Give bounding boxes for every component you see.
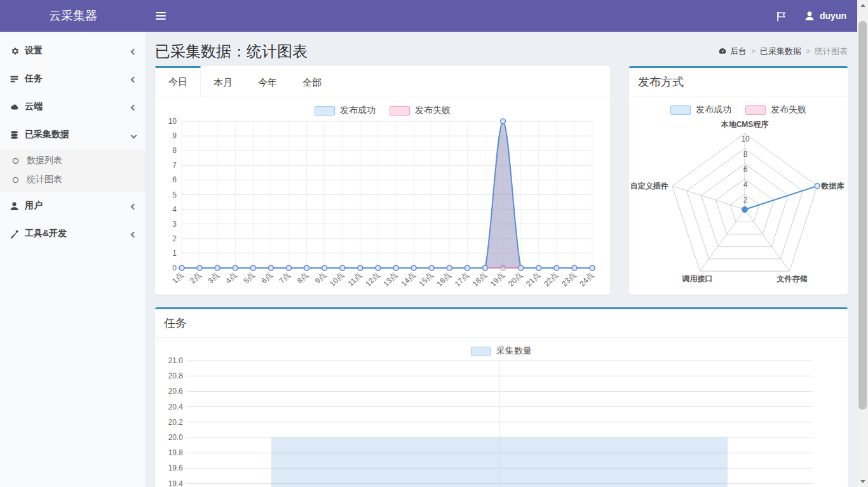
svg-text:3点: 3点 bbox=[206, 270, 220, 285]
svg-text:19.8: 19.8 bbox=[168, 448, 184, 457]
radar-chart-legend: 发布成功发布失败 bbox=[629, 104, 848, 116]
sidebar-item-label: 云端 bbox=[25, 101, 43, 112]
sidebar-item-tools-dev[interactable]: 工具&开发 bbox=[0, 220, 146, 248]
svg-text:5: 5 bbox=[172, 190, 177, 199]
svg-text:18点: 18点 bbox=[471, 270, 489, 288]
legend-swatch bbox=[390, 106, 410, 116]
chevron-left-icon bbox=[132, 46, 136, 56]
svg-text:2: 2 bbox=[172, 234, 177, 243]
svg-text:15点: 15点 bbox=[417, 270, 435, 288]
sidebar-item-data-list[interactable]: 数据列表 bbox=[0, 151, 146, 170]
legend-item-发布成功[interactable]: 发布成功 bbox=[670, 104, 731, 116]
sidebar-item-tasks[interactable]: 任务 bbox=[0, 65, 146, 93]
legend-item-采集数量[interactable]: 采集数量 bbox=[471, 345, 532, 357]
flag-icon bbox=[776, 11, 787, 22]
tab-month[interactable]: 本月 bbox=[201, 66, 245, 97]
chevron-left-icon bbox=[132, 229, 136, 239]
svg-text:12点: 12点 bbox=[363, 270, 381, 288]
tab-today[interactable]: 今日 bbox=[155, 66, 201, 97]
svg-text:20.8: 20.8 bbox=[168, 371, 184, 380]
svg-text:8点: 8点 bbox=[295, 270, 310, 285]
svg-text:13点: 13点 bbox=[381, 270, 399, 288]
svg-text:20.2: 20.2 bbox=[168, 418, 184, 427]
scrollbar-thumb[interactable] bbox=[858, 21, 867, 410]
vertical-scrollbar bbox=[857, 0, 868, 487]
legend-item-发布失败[interactable]: 发布失败 bbox=[745, 104, 806, 116]
legend-swatch bbox=[745, 105, 766, 115]
svg-text:6: 6 bbox=[172, 175, 177, 184]
sidebar-submenu-collected-data: 数据列表统计图表 bbox=[0, 149, 146, 192]
sidebar-item-collected-data[interactable]: 已采集数据 bbox=[0, 121, 146, 149]
sidebar-subitem-label: 数据列表 bbox=[27, 155, 62, 166]
svg-text:19.6: 19.6 bbox=[168, 464, 184, 472]
breadcrumb-separator: > bbox=[751, 47, 756, 56]
tab-all[interactable]: 全部 bbox=[290, 66, 334, 97]
user-icon bbox=[10, 201, 19, 211]
period-tab-bar: 今日本月今年全部 bbox=[155, 66, 610, 97]
page-title: 已采集数据：统计图表 bbox=[155, 41, 308, 62]
svg-text:5点: 5点 bbox=[241, 270, 256, 285]
svg-text:1点: 1点 bbox=[170, 270, 185, 285]
legend-item-发布成功[interactable]: 发布成功 bbox=[315, 105, 376, 116]
chevron-left-icon bbox=[132, 74, 136, 84]
chevron-left-icon bbox=[132, 102, 136, 112]
gear-icon bbox=[10, 46, 19, 56]
svg-text:自定义插件: 自定义插件 bbox=[630, 182, 668, 190]
tasks-icon bbox=[10, 74, 19, 84]
sidebar: 设置任务云端已采集数据数据列表统计图表用户工具&开发 bbox=[0, 32, 146, 487]
breadcrumb-backstage[interactable]: 后台 bbox=[718, 46, 747, 57]
sidebar-item-cloud[interactable]: 云端 bbox=[0, 93, 146, 121]
wrench-icon bbox=[10, 229, 19, 239]
sidebar-toggle-button[interactable] bbox=[146, 0, 175, 32]
user-icon bbox=[804, 11, 815, 21]
svg-text:19.4: 19.4 bbox=[168, 479, 184, 487]
svg-text:0: 0 bbox=[172, 264, 177, 272]
dashboard-icon bbox=[718, 47, 727, 56]
svg-text:7点: 7点 bbox=[278, 270, 292, 285]
legend-swatch bbox=[471, 347, 491, 356]
sidebar-item-label: 已采集数据 bbox=[25, 129, 69, 140]
circle-o-icon bbox=[11, 176, 20, 184]
svg-text:10: 10 bbox=[168, 117, 177, 126]
svg-text:21点: 21点 bbox=[524, 270, 542, 288]
legend-label: 采集数量 bbox=[496, 345, 532, 357]
svg-text:10: 10 bbox=[741, 135, 750, 143]
svg-text:3: 3 bbox=[172, 220, 177, 229]
sidebar-item-label: 任务 bbox=[25, 73, 43, 84]
panel-today-stats: 今日本月今年全部 发布成功发布失败 0123456789101点2点3点4点5点… bbox=[155, 66, 610, 295]
svg-text:2点: 2点 bbox=[188, 270, 203, 285]
scroll-down-button[interactable] bbox=[857, 476, 868, 487]
sidebar-item-settings[interactable]: 设置 bbox=[0, 37, 146, 65]
sidebar-item-label: 工具&开发 bbox=[25, 228, 67, 239]
top-navbar: 云采集器 duyun bbox=[0, 0, 868, 32]
legend-label: 发布成功 bbox=[696, 104, 731, 116]
breadcrumb: 后台>已采集数据>统计图表 bbox=[718, 46, 848, 57]
legend-swatch bbox=[315, 106, 335, 116]
flag-menu-button[interactable] bbox=[776, 0, 787, 32]
sidebar-subitem-label: 统计图表 bbox=[27, 174, 62, 185]
svg-text:数据库: 数据库 bbox=[820, 182, 844, 190]
svg-text:7: 7 bbox=[172, 161, 177, 170]
svg-text:14点: 14点 bbox=[399, 270, 417, 288]
user-menu-button[interactable]: duyun bbox=[804, 0, 846, 32]
svg-text:8: 8 bbox=[172, 146, 177, 155]
breadcrumb-collected-data[interactable]: 已采集数据 bbox=[760, 46, 801, 57]
sidebar-item-stats-chart[interactable]: 统计图表 bbox=[0, 170, 146, 189]
task-chart-legend: 采集数量 bbox=[155, 345, 848, 357]
svg-text:20.4: 20.4 bbox=[168, 403, 184, 411]
svg-text:调用接口: 调用接口 bbox=[681, 274, 712, 283]
svg-text:4点: 4点 bbox=[224, 270, 238, 285]
user-name: duyun bbox=[820, 11, 846, 21]
tab-year[interactable]: 今年 bbox=[245, 66, 290, 97]
svg-text:10点: 10点 bbox=[328, 270, 346, 288]
panel-tasks: 任务 采集数量 21.020.820.620.420.220.019.819.6… bbox=[155, 307, 848, 487]
scroll-up-button[interactable] bbox=[857, 0, 868, 11]
legend-item-发布失败[interactable]: 发布失败 bbox=[390, 105, 451, 116]
app-logo[interactable]: 云采集器 bbox=[0, 0, 146, 32]
svg-text:6: 6 bbox=[743, 165, 748, 174]
sidebar-item-users[interactable]: 用户 bbox=[0, 192, 146, 220]
svg-text:16点: 16点 bbox=[435, 270, 453, 288]
svg-text:4: 4 bbox=[172, 205, 177, 214]
legend-label: 发布失败 bbox=[771, 104, 806, 116]
svg-text:21.0: 21.0 bbox=[168, 357, 184, 365]
